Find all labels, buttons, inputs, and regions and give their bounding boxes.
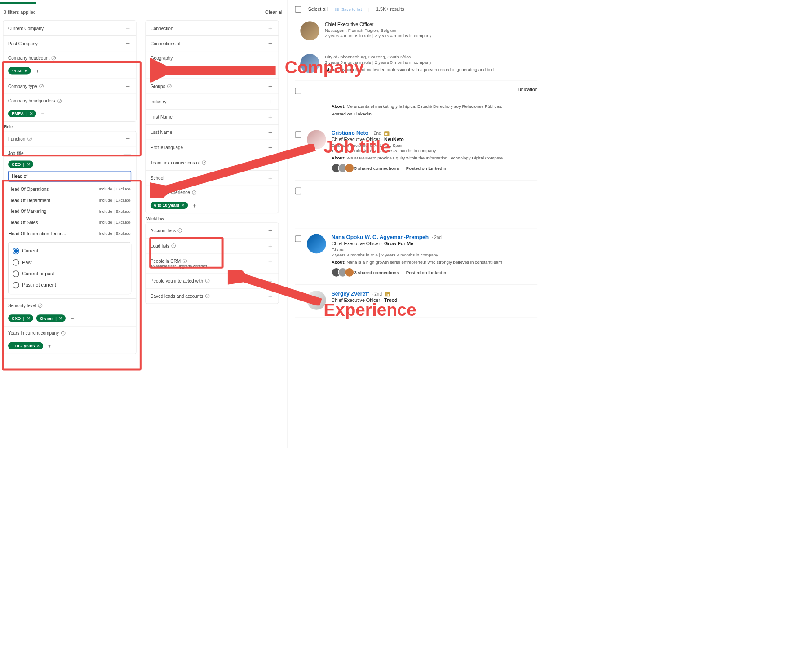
close-icon: ✕ — [59, 316, 62, 321]
result-degree: · 2nd — [372, 291, 382, 296]
filters-applied-count: 8 filters applied — [4, 9, 36, 15]
filter-connection[interactable]: Connection ＋ — [146, 21, 278, 36]
pill-cxo[interactable]: CXO|✕ — [8, 314, 33, 322]
close-icon: ✕ — [27, 316, 31, 321]
info-icon — [61, 331, 66, 336]
add-filter-button[interactable]: ＋ — [34, 67, 41, 74]
add-filter-button[interactable]: ＋ — [46, 342, 53, 349]
select-all-checkbox[interactable] — [295, 6, 301, 13]
info-icon — [182, 259, 187, 264]
svg-point-1 — [40, 84, 44, 88]
filter-company-hq[interactable]: Company headquarters — [3, 94, 136, 107]
posted-label: Posted on LinkedIn — [406, 270, 446, 275]
result-name[interactable]: Sergey Zvereff — [332, 291, 369, 296]
filter-seniority[interactable]: Seniority level — [3, 299, 136, 312]
avatar[interactable] — [307, 234, 326, 254]
filter-industry[interactable]: Industry ＋ — [146, 94, 278, 109]
filter-past-company[interactable]: Past Company ＋ — [3, 36, 136, 51]
result-name[interactable]: Cristiano Neto — [332, 130, 368, 136]
annotation-callout-experience: Experience — [323, 300, 416, 320]
svg-point-9 — [178, 229, 182, 233]
pill-owner[interactable]: Owner|✕ — [36, 314, 66, 322]
suggestion-row[interactable]: Head Of MarketingInclude|Exclude — [8, 206, 131, 217]
job-title-input[interactable] — [8, 171, 131, 182]
exclude-action[interactable]: Exclude — [116, 187, 131, 192]
filter-current-company[interactable]: Current Company ＋ — [3, 21, 136, 36]
annotation-arrow — [150, 144, 318, 198]
suggestion-row[interactable]: Head Of DepartmentInclude|Exclude — [8, 195, 131, 206]
filter-connections-of[interactable]: Connections of ＋ — [146, 36, 278, 51]
plus-icon: ＋ — [267, 98, 274, 105]
shared-connections[interactable]: 3 shared connections — [332, 268, 399, 277]
result-title: Chief Executive Officer · Grow For Me — [332, 241, 538, 247]
add-filter-button[interactable]: ＋ — [40, 110, 47, 117]
pill-headcount[interactable]: 11-50✕ — [8, 67, 31, 74]
job-title-suggestions: Head Of OperationsInclude|Exclude Head O… — [8, 184, 131, 239]
save-to-list-button[interactable]: Save to list — [334, 7, 362, 12]
pill-hq[interactable]: EMEA|✕ — [8, 110, 36, 117]
posted-label: Posted on LinkedIn — [332, 112, 372, 117]
suggestion-row[interactable]: Head Of Information Techn...Include|Excl… — [8, 228, 131, 239]
radio-icon — [13, 282, 19, 289]
svg-point-11 — [183, 259, 187, 263]
add-filter-button[interactable]: ＋ — [69, 314, 76, 322]
filter-years-in-company[interactable]: Years in current company — [3, 326, 136, 340]
include-action[interactable]: Include — [99, 187, 112, 192]
result-location: Nossegem, Flemish Region, Belgium — [325, 28, 538, 33]
job-title-scope: Current Past Current or past Past not cu… — [8, 242, 131, 294]
radio-current[interactable]: Current — [12, 245, 128, 256]
close-icon: ✕ — [36, 343, 40, 348]
result-row: Nana Opoku W. O. Agyeman-Prempeh · 2nd C… — [295, 228, 537, 284]
avatar[interactable] — [300, 21, 319, 40]
result-title-tail: unication — [332, 87, 538, 93]
info-icon — [38, 303, 43, 308]
clear-all-button[interactable]: Clear all — [265, 9, 284, 15]
svg-point-2 — [58, 99, 62, 103]
result-checkbox[interactable] — [295, 88, 301, 94]
radio-icon — [13, 270, 19, 277]
result-location: Ghana — [332, 247, 538, 252]
filter-first-name[interactable]: First Name ＋ — [146, 109, 278, 124]
pill-years-company[interactable]: 1 to 2 years✕ — [8, 342, 43, 349]
filter-account-lists[interactable]: Account lists ＋ — [146, 223, 278, 238]
result-row: Chief Executive Officer Nossegem, Flemis… — [295, 18, 537, 48]
filter-function[interactable]: Function ＋ — [3, 131, 136, 146]
plus-icon: ＋ — [267, 25, 274, 31]
suggestion-row[interactable]: Head Of SalesInclude|Exclude — [8, 217, 131, 228]
pill-ceo[interactable]: CEO|✕ — [8, 161, 33, 168]
info-icon — [51, 56, 56, 61]
shared-connections[interactable]: 5 shared connections — [332, 164, 399, 173]
section-workflow-label: Workflow — [145, 213, 279, 223]
results-count: 1.5K+ results — [376, 7, 404, 12]
result-degree: · 2nd — [371, 131, 381, 136]
result-checkbox[interactable] — [295, 235, 301, 242]
collapse-icon: — — [124, 151, 131, 155]
suggestion-row[interactable]: Head Of OperationsInclude|Exclude — [8, 184, 131, 195]
progress-bar — [0, 2, 36, 4]
plus-icon: ＋ — [267, 258, 274, 265]
svg-point-5 — [61, 331, 65, 335]
radio-icon — [13, 259, 19, 266]
info-icon — [27, 136, 32, 141]
radio-past[interactable]: Past — [12, 257, 128, 268]
linkedin-badge-icon: in — [384, 131, 389, 136]
svg-rect-17 — [337, 9, 339, 10]
plus-icon: ＋ — [267, 243, 274, 249]
result-duration: 2 years 4 months in role | 2 years 4 mon… — [332, 252, 538, 257]
result-checkbox[interactable] — [295, 131, 301, 138]
filter-last-name[interactable]: Last Name ＋ — [146, 124, 278, 140]
filter-company-headcount[interactable]: Company headcount — [3, 51, 136, 65]
info-icon — [57, 98, 62, 103]
info-icon — [171, 243, 176, 248]
result-name[interactable]: Nana Opoku W. O. Agyeman-Prempeh — [332, 234, 429, 240]
add-filter-button[interactable]: ＋ — [191, 202, 198, 209]
info-icon — [177, 228, 182, 233]
annotation-callout-company: Company — [285, 57, 364, 77]
filter-company-type[interactable]: Company type ＋ — [3, 79, 136, 94]
result-row — [295, 181, 537, 229]
filter-lead-lists[interactable]: Lead lists ＋ — [146, 238, 278, 253]
radio-current-or-past[interactable]: Current or past — [12, 268, 128, 279]
pill-years-exp[interactable]: 6 to 10 years✕ — [151, 202, 188, 209]
filter-job-title[interactable]: Job title — — [3, 146, 136, 160]
radio-past-not-current[interactable]: Past not current — [12, 279, 128, 291]
